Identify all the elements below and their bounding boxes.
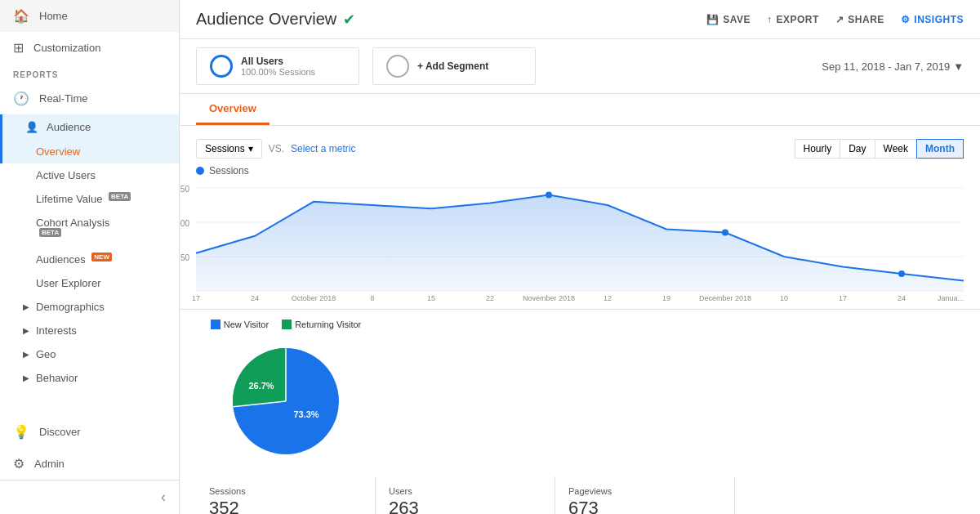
audiences-label: Audiences (36, 253, 86, 266)
sidebar-item-lifetime-value[interactable]: Lifetime Value BETA (0, 187, 179, 211)
chart-peak-dot (546, 191, 552, 198)
svg-text:24: 24 (251, 294, 259, 302)
add-segment-button[interactable]: + Add Segment (372, 47, 536, 85)
sidebar-item-discover[interactable]: 💡 Discover (0, 416, 179, 448)
add-segment-label: + Add Segment (417, 60, 488, 72)
sidebar-section-interests[interactable]: ▶ Interests (0, 319, 179, 342)
sidebar-item-cohort-analysis[interactable]: Cohort Analysis BETA (0, 211, 179, 247)
header-actions: 💾 SAVE ↑ EXPORT ↗ SHARE ⚙ INSIGHTS (706, 14, 964, 25)
sidebar-item-active-users[interactable]: Active Users (0, 163, 179, 187)
sidebar-item-realtime[interactable]: 🕐 Real-Time (0, 83, 179, 114)
chart-dot-2 (722, 230, 728, 236)
sessions-legend-label: Sessions (209, 165, 249, 177)
pageviews-label: Pageviews (568, 486, 721, 496)
interests-label: Interests (36, 324, 77, 337)
svg-text:150: 150 (180, 185, 189, 194)
svg-text:October 2018: October 2018 (292, 294, 336, 302)
sessions-legend-dot (196, 167, 204, 175)
sidebar-item-overview[interactable]: Overview (0, 140, 179, 163)
verified-check-icon: ✔ (343, 11, 355, 29)
add-segment-circle (386, 55, 409, 78)
sidebar-item-customization[interactable]: ⊞ Customization (0, 32, 179, 64)
sessions-chart: 150 100 50 (196, 180, 964, 302)
svg-text:100: 100 (180, 219, 189, 228)
sidebar-realtime-label: Real-Time (39, 92, 87, 105)
sidebar-home-label: Home (39, 10, 68, 22)
save-label: SAVE (723, 14, 751, 25)
sidebar-item-home[interactable]: 🏠 Home (0, 0, 179, 32)
svg-text:15: 15 (427, 294, 435, 302)
insights-icon: ⚙ (901, 14, 911, 25)
pageviews-value: 673 (568, 498, 721, 514)
time-hourly[interactable]: Hourly (795, 139, 841, 159)
insights-button[interactable]: ⚙ INSIGHTS (901, 14, 964, 25)
beta-badge-cohort: BETA (39, 228, 61, 237)
metric-selector: Sessions ▾ VS. Select a metric (196, 139, 355, 159)
pie-returning-pct-label: 73.3% (293, 409, 318, 419)
admin-label: Admin (34, 458, 65, 470)
new-visitor-label: New Visitor (224, 320, 269, 329)
discover-icon: 💡 (13, 424, 29, 440)
interests-arrow: ▶ (23, 326, 29, 335)
tab-overview[interactable]: Overview (196, 94, 270, 125)
collapse-sidebar-button[interactable]: ‹ (0, 480, 179, 514)
select-metric-link[interactable]: Select a metric (291, 143, 355, 154)
time-buttons: Hourly Day Week Month (795, 139, 964, 159)
active-users-label: Active Users (36, 169, 96, 181)
svg-text:12: 12 (604, 294, 612, 302)
beta-badge-lifetime: BETA (109, 192, 131, 201)
all-users-segment[interactable]: All Users 100.00% Sessions (196, 47, 359, 85)
pie-chart-area: New Visitor Returning Visitor (196, 310, 376, 476)
tabs-bar: Overview (180, 94, 980, 126)
pie-legend: New Visitor Returning Visitor (211, 320, 362, 329)
sidebar: 🏠 Home ⊞ Customization REPORTS 🕐 Real-Ti… (0, 0, 180, 514)
sidebar-section-demographics[interactable]: ▶ Demographics (0, 295, 179, 319)
time-month[interactable]: Month (916, 139, 964, 159)
date-range-selector[interactable]: Sep 11, 2018 - Jan 7, 2019 ▼ (822, 60, 964, 73)
sidebar-item-audiences[interactable]: Audiences NEW (0, 248, 179, 271)
top-bar: Audience Overview ✔ 💾 SAVE ↑ EXPORT ↗ SH… (180, 0, 980, 39)
behavior-arrow: ▶ (23, 373, 29, 382)
demographics-label: Demographics (36, 301, 105, 313)
new-badge-audiences: NEW (91, 253, 112, 261)
all-users-info: All Users 100.00% Sessions (241, 56, 315, 77)
all-users-sub: 100.00% Sessions (241, 67, 315, 77)
svg-text:24: 24 (898, 294, 906, 302)
time-week[interactable]: Week (875, 139, 917, 159)
metric-arrow-icon: ▾ (248, 143, 253, 154)
chart-area-fill (196, 194, 964, 291)
customization-icon: ⊞ (13, 40, 24, 56)
sidebar-section-behavior[interactable]: ▶ Behavior (0, 366, 179, 390)
svg-text:17: 17 (839, 294, 847, 302)
time-day[interactable]: Day (840, 139, 875, 159)
behavior-label: Behavior (36, 372, 78, 384)
svg-text:10: 10 (780, 294, 788, 302)
main-content: Audience Overview ✔ 💾 SAVE ↑ EXPORT ↗ SH… (180, 0, 980, 514)
svg-text:8: 8 (370, 294, 374, 302)
demographics-arrow: ▶ (23, 302, 29, 311)
metric-dropdown[interactable]: Sessions ▾ (196, 139, 262, 159)
sidebar-section-geo[interactable]: ▶ Geo (0, 342, 179, 366)
overview-label: Overview (36, 145, 80, 158)
sidebar-item-user-explorer[interactable]: User Explorer (0, 271, 179, 295)
metric-label: Sessions (205, 143, 245, 154)
stat-users: Users 263 (376, 476, 555, 514)
user-explorer-label: User Explorer (36, 277, 100, 289)
share-button[interactable]: ↗ SHARE (835, 14, 884, 25)
sidebar-item-admin[interactable]: ⚙ Admin (0, 448, 179, 480)
chart-svg: 150 100 50 (196, 180, 964, 302)
returning-visitor-color (282, 320, 292, 329)
save-button[interactable]: 💾 SAVE (706, 14, 751, 25)
pie-new-visitor-slice (233, 348, 286, 407)
users-label: Users (389, 486, 541, 496)
sidebar-item-audience[interactable]: 👤 Audience (0, 114, 179, 140)
svg-text:November 2018: November 2018 (523, 294, 575, 302)
add-segment-info: + Add Segment (417, 60, 488, 72)
chart-legend: Sessions (196, 165, 964, 177)
sessions-value: 352 (209, 498, 362, 514)
all-users-name: All Users (241, 56, 315, 67)
svg-text:50: 50 (180, 253, 190, 262)
stat-pageviews: Pageviews 673 (555, 476, 735, 514)
stats-left: Sessions 352 Users 263 Pageviews 673 (196, 476, 735, 514)
export-button[interactable]: ↑ EXPORT (767, 14, 819, 25)
